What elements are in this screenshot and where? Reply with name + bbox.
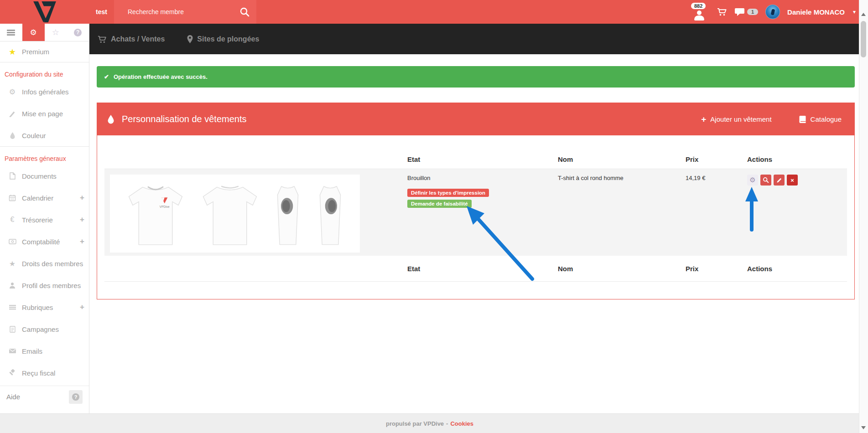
tshirt-side-image [274,179,302,248]
table-footer-row: Etat Nom Prix Actions [104,256,847,282]
view-action-button[interactable] [760,175,771,186]
list-icon [7,304,17,310]
book-icon [798,115,806,124]
sidebar-item-mise-en-page[interactable]: Mise en page [0,103,89,124]
col-etat: Etat [402,265,552,273]
star-icon: ★ [7,47,17,57]
sidebar-item-premium[interactable]: ★ Premium [0,41,89,62]
question-icon: ? [72,393,79,401]
state-value: Brouillon [407,175,547,181]
sidebar-item-couleur[interactable]: Couleur [0,124,89,147]
main-content: Achats / Ventes Sites de plongées ✔ Opér… [89,24,859,413]
alert-message: Opération effectuée avec succès. [114,73,208,80]
product-price: 14,19 € [680,169,742,256]
clothing-panel: Personnalisation de vêtements + Ajouter … [97,103,855,299]
cookies-link[interactable]: Cookies [450,420,473,427]
col-prix: Prix [680,155,742,163]
svg-text:VPDive: VPDive [160,205,170,208]
clothing-table: Etat Nom Prix Actions VPDive [104,135,847,299]
sidebar-item-rubriques[interactable]: Rubriques + [0,296,89,318]
panel-header: Personnalisation de vêtements + Ajouter … [97,103,854,135]
sidebar-item-profil-des-membres[interactable]: Profil des membres [0,274,89,296]
vpdive-logo-icon[interactable] [32,1,57,22]
sidebar-tabs: ⚙ ☆ ? [0,24,89,41]
scroll-down-arrow[interactable] [861,426,866,429]
nav-sites-de-plongees[interactable]: Sites de plongées [187,35,259,44]
tab-help[interactable]: ? [67,24,89,41]
sidebar: ⚙ ☆ ? ★ Premium Configuration du site ⚙ … [0,24,89,413]
expand-plus-icon[interactable]: + [80,215,84,224]
tab-settings[interactable]: ⚙ [22,24,45,41]
secondary-nav: Achats / Ventes Sites de plongées [89,24,859,54]
tab-favorites[interactable]: ☆ [45,24,67,41]
star-icon: ★ [7,259,17,268]
file-icon [7,172,17,180]
sidebar-item-recu-fiscal[interactable]: Reçu fiscal [0,362,89,384]
plus-icon: + [701,115,706,124]
gear-icon: ⚙ [30,28,37,37]
col-etat: Etat [402,155,552,163]
sidebar-section-configuration: Configuration du site [0,62,89,81]
user-menu[interactable]: Daniele MONACO [787,8,845,16]
page-footer: propulsé par VPDive - Cookies [0,413,859,433]
avatar[interactable] [765,5,780,19]
sidebar-item-infos-generales[interactable]: ⚙ Infos générales [0,81,89,103]
col-nom: Nom [552,155,680,163]
col-actions: Actions [742,265,847,273]
sidebar-help-row: Aide ? [0,386,89,407]
gear-icon: ⚙ [7,88,17,96]
notifications-button[interactable]: 882 [691,2,709,22]
sidebar-item-calendrier[interactable]: Calendrier + [0,187,89,209]
sidebar-item-documents[interactable]: Documents [0,165,89,187]
table-row: VPDive [104,169,847,256]
vertical-scrollbar[interactable] [859,0,868,433]
sidebar-item-emails[interactable]: Emails [0,340,89,362]
search-icon[interactable] [239,7,250,17]
search-input[interactable] [114,0,242,24]
file-text-icon [7,326,17,333]
droplet-icon [7,132,17,139]
chat-count-badge: 1 [747,9,758,15]
col-prix: Prix [680,265,742,273]
catalogue-button[interactable]: Catalogue [795,115,844,124]
sidebar-item-tresorerie[interactable]: € Trésorerie + [0,209,89,231]
map-pin-icon [187,35,193,44]
pencil-icon [776,177,782,183]
top-header: test 882 1 Daniele MONACO ▾ [0,0,859,24]
chevron-down-icon[interactable]: ▾ [853,9,856,15]
site-name[interactable]: test [96,0,107,24]
cart-icon [97,35,107,44]
gavel-icon [7,369,17,376]
person-icon [7,282,17,289]
sidebar-item-campagnes[interactable]: Campagnes [0,318,89,340]
help-button[interactable]: ? [69,390,83,404]
powered-by: propulsé par VPDive [386,420,444,427]
add-clothing-button[interactable]: + Ajouter un vêtement [698,114,774,124]
expand-plus-icon[interactable]: + [80,237,84,246]
banknote-icon [7,239,17,244]
sidebar-item-comptabilite[interactable]: Comptabilité + [0,231,89,253]
feasibility-request-button[interactable]: Demande de faisabilité [407,200,472,208]
expand-plus-icon[interactable]: + [80,303,84,312]
tab-menu[interactable] [0,24,22,41]
settings-action-button[interactable]: ⚙ [747,175,758,186]
expand-plus-icon[interactable]: + [80,193,84,202]
define-print-types-button[interactable]: Définir les types d'impression [407,189,489,197]
col-actions: Actions [742,155,847,163]
delete-action-button[interactable]: × [787,175,798,186]
product-images[interactable]: VPDive [110,175,360,253]
check-icon: ✔ [104,73,109,80]
edit-action-button[interactable] [774,175,785,186]
scroll-thumb[interactable] [861,21,866,57]
cart-icon[interactable] [716,6,727,17]
magnifier-icon [763,177,769,183]
notification-badge: 882 [691,3,706,9]
messages-button[interactable]: 1 [734,7,758,17]
hamburger-icon [7,29,15,36]
nav-achats-ventes[interactable]: Achats / Ventes [97,35,165,44]
scroll-up-arrow[interactable] [861,13,866,16]
calendar-icon [7,194,17,201]
envelope-icon [7,348,17,354]
tshirt-back-image [200,179,260,248]
sidebar-item-droits-des-membres[interactable]: ★ Droits des membres [0,253,89,274]
